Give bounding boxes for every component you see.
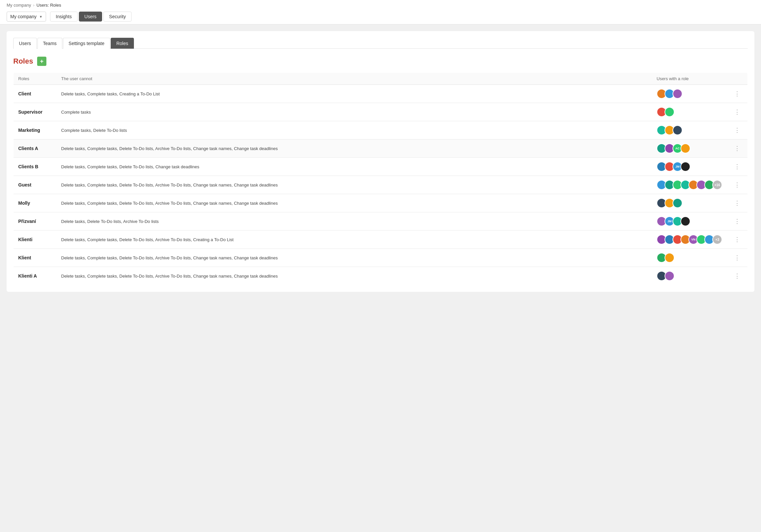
row-actions-button[interactable]: ⋮ xyxy=(732,89,743,99)
avatar-count: +16 xyxy=(712,180,722,190)
users-avatars xyxy=(657,107,722,117)
users-avatars xyxy=(657,271,722,281)
avatar xyxy=(680,143,690,153)
row-actions-button[interactable]: ⋮ xyxy=(732,271,743,281)
breadcrumb-separator: › xyxy=(33,3,34,8)
avatar-count: +3 xyxy=(712,235,722,244)
role-restrictions: Delete tasks, Complete tasks, Creating a… xyxy=(61,91,160,96)
users-avatars: VN +3 xyxy=(657,235,722,244)
col-header-actions xyxy=(727,73,748,85)
nav-tab-security[interactable]: Security xyxy=(103,12,132,22)
table-row: Clients A Delete tasks, Complete tasks, … xyxy=(14,139,748,158)
table-row: Guest Delete tasks, Complete tasks, Dele… xyxy=(14,176,748,194)
row-actions-button[interactable]: ⋮ xyxy=(732,162,743,172)
table-row: Marketing Complete tasks, Delete To-Do l… xyxy=(14,121,748,139)
role-name: Client xyxy=(18,91,31,96)
table-row: Klient Delete tasks, Complete tasks, Del… xyxy=(14,249,748,267)
role-restrictions: Delete tasks, Complete tasks, Delete To-… xyxy=(61,237,234,242)
role-name: Klienti xyxy=(18,237,32,242)
table-row: Clients B Delete tasks, Complete tasks, … xyxy=(14,158,748,176)
role-restrictions: Delete tasks, Complete tasks, Delete To-… xyxy=(61,255,278,260)
table-row: Client Delete tasks, Complete tasks, Cre… xyxy=(14,85,748,103)
col-header-restrictions: The user cannot xyxy=(57,73,652,85)
breadcrumb-current: Users: Roles xyxy=(36,3,61,8)
breadcrumb: My company › Users: Roles xyxy=(7,0,754,9)
role-name: Guest xyxy=(18,182,31,187)
row-actions-button[interactable]: ⋮ xyxy=(732,253,743,263)
avatar xyxy=(680,162,690,172)
users-avatars xyxy=(657,89,722,99)
avatar xyxy=(673,89,682,99)
users-avatars: JM xyxy=(657,216,722,226)
company-selector[interactable]: My company ▼ xyxy=(7,12,46,22)
sub-tab-bar: Users Teams Settings template Roles xyxy=(13,38,748,49)
role-restrictions: Delete tasks, Complete tasks, Delete To-… xyxy=(61,146,278,151)
table-row: Klienti Delete tasks, Complete tasks, De… xyxy=(14,231,748,249)
row-actions-button[interactable]: ⋮ xyxy=(732,198,743,208)
role-restrictions: Delete tasks, Complete tasks, Delete To-… xyxy=(61,201,278,206)
table-row: Klienti A Delete tasks, Complete tasks, … xyxy=(14,267,748,285)
breadcrumb-parent[interactable]: My company xyxy=(7,3,31,8)
avatar xyxy=(665,107,674,117)
table-row: Supervisor Complete tasks ⋮ xyxy=(14,103,748,121)
role-restrictions: Delete tasks, Complete tasks, Delete To-… xyxy=(61,183,278,187)
row-actions-button[interactable]: ⋮ xyxy=(732,216,743,226)
table-row: Přizvaní Delete tasks, Delete To-Do list… xyxy=(14,212,748,231)
users-avatars: JM xyxy=(657,162,722,172)
sub-tab-settings-template[interactable]: Settings template xyxy=(63,38,110,49)
avatar xyxy=(673,125,682,135)
roles-table: Roles The user cannot Users with a role … xyxy=(13,73,748,285)
row-actions-button[interactable]: ⋮ xyxy=(732,125,743,135)
role-restrictions: Complete tasks, Delete To-Do lists xyxy=(61,128,127,133)
table-row: Molly Delete tasks, Complete tasks, Dele… xyxy=(14,194,748,212)
role-name: Supervisor xyxy=(18,109,42,115)
row-actions-button[interactable]: ⋮ xyxy=(732,143,743,153)
role-name: Molly xyxy=(18,200,30,206)
row-actions-button[interactable]: ⋮ xyxy=(732,107,743,117)
users-avatars: +16 xyxy=(657,180,722,190)
users-avatars xyxy=(657,253,722,263)
role-restrictions: Delete tasks, Complete tasks, Delete To-… xyxy=(61,164,200,169)
role-name: Clients A xyxy=(18,146,38,151)
users-avatars: AC xyxy=(657,143,722,153)
row-actions-button[interactable]: ⋮ xyxy=(732,235,743,244)
role-name: Clients B xyxy=(18,164,38,169)
nav-tab-insights[interactable]: Insights xyxy=(50,12,77,22)
page-title: Roles xyxy=(13,57,33,66)
col-header-roles: Roles xyxy=(14,73,57,85)
role-name: Přizvaní xyxy=(18,219,36,224)
sub-tab-users[interactable]: Users xyxy=(13,38,37,49)
col-header-users: Users with a role xyxy=(652,73,727,85)
role-name: Klient xyxy=(18,255,31,260)
role-name: Marketing xyxy=(18,128,40,133)
users-avatars xyxy=(657,125,722,135)
avatar xyxy=(673,198,682,208)
role-restrictions: Delete tasks, Complete tasks, Delete To-… xyxy=(61,274,278,279)
sub-tab-roles[interactable]: Roles xyxy=(111,38,134,49)
avatar xyxy=(665,253,674,263)
users-avatars xyxy=(657,198,722,208)
role-restrictions: Complete tasks xyxy=(61,110,91,115)
avatar xyxy=(665,271,674,281)
add-role-button[interactable]: + xyxy=(37,57,46,66)
role-restrictions: Delete tasks, Delete To-Do lists, Archiv… xyxy=(61,219,159,224)
nav-tab-users[interactable]: Users xyxy=(79,12,102,22)
main-nav: My company ▼ Insights Users Security xyxy=(7,9,754,24)
chevron-down-icon: ▼ xyxy=(39,15,42,19)
row-actions-button[interactable]: ⋮ xyxy=(732,180,743,190)
roles-header: Roles + xyxy=(13,57,748,66)
company-selector-label: My company xyxy=(10,14,36,19)
avatar xyxy=(680,216,690,226)
sub-tab-teams[interactable]: Teams xyxy=(37,38,62,49)
role-name: Klienti A xyxy=(18,273,37,279)
